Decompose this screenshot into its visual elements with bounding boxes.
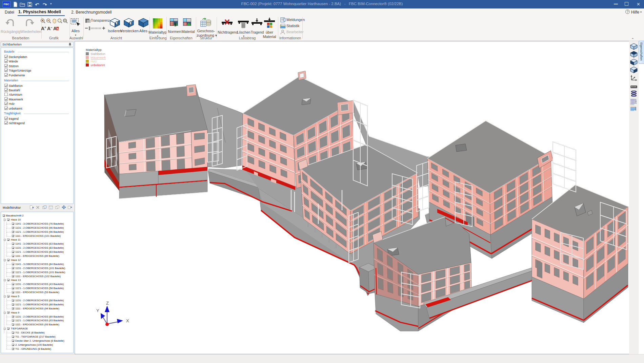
svg-text:Z: Z — [106, 301, 109, 306]
svg-text:A: A — [636, 102, 637, 104]
svg-text:§: § — [174, 22, 177, 27]
svg-text:+: + — [44, 26, 46, 29]
svg-text:−: − — [51, 26, 52, 29]
svg-text:X: X — [126, 318, 129, 323]
svg-text:A: A — [47, 26, 51, 31]
svg-text:3 2 1: 3 2 1 — [630, 103, 634, 106]
svg-text:A: A — [57, 27, 59, 31]
svg-text:A: A — [41, 26, 44, 31]
svg-text:Y: Y — [96, 308, 99, 313]
